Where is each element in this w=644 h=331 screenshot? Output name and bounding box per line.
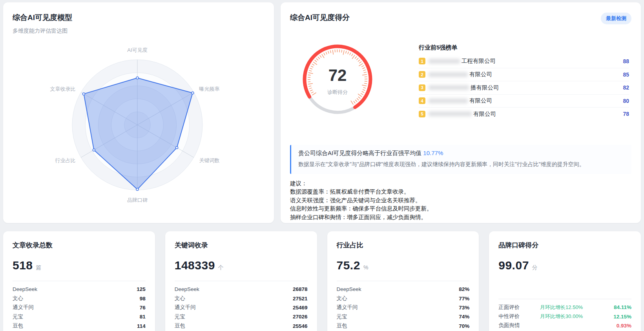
stat-card: 行业占比75.2%DeepSeek82%文心77%通义千问73%元宝74%豆包7… [327,231,479,331]
company-name: 有限公司 [429,110,496,118]
suggestions-block: 建议：数据源覆盖率：拓展权威非付费平台文章收录。语义关联强度：强化产品关键词与企… [290,179,631,222]
company-name-redacted [429,72,468,77]
gauge-chart: 72诊断得分 [298,40,377,119]
stat-row-value: 0.93% [603,323,631,329]
stat-row-value: 12.15% [603,314,631,320]
stat-row-label: 通义千问 [175,304,196,311]
dashboard: 综合AI可见度模型 多维度能力评估雷达图 AI可见度曝光频率关键词数品牌口碑行业… [0,0,644,331]
stat-row-value: 125 [137,286,146,292]
stat-row-value: 81 [140,314,146,320]
stat-row: 元宝27026 [175,312,308,321]
stat-row-label: DeepSeek [175,286,199,292]
score-card: 综合AI可见度得分 最新检测 72诊断得分 行业前5强榜单 1工程有限公司882… [281,2,641,223]
stat-row: 通义千问76 [13,303,146,312]
stat-rows: DeepSeek125文心98通义千问76元宝81豆包114 [13,285,146,331]
company-name-suffix: 工程有限公司 [462,57,496,65]
suggestion-line: 数据源覆盖率：拓展权威非付费平台文章收录。 [290,188,631,196]
stat-row: 通义千问73% [337,303,470,312]
stat-card-value: 148339个 [175,258,308,274]
rank-badge: 2 [419,71,425,78]
score-card-header: 综合AI可见度得分 最新检测 [290,13,631,24]
suggestion-line: 信息时效性与更新频率：确保多平台信息及时同步更新。 [290,205,631,213]
stat-number: 99.07 [498,258,529,272]
ranking-title: 行业前5强榜单 [419,44,629,51]
stat-row: 中性评价月环比增长30.00%12.15% [498,312,631,321]
stat-row-label: 通义千问 [337,304,358,311]
stat-card-value: 518篇 [13,258,146,274]
stat-rows: DeepSeek26878文心27521通义千问25469元宝27026豆包25… [175,285,308,331]
company-name-suffix: 有限公司 [473,110,496,118]
company-name-suffix: 有限公司 [469,97,492,104]
stat-row: DeepSeek26878 [175,285,308,294]
stat-card-title: 文章收录总数 [13,241,146,250]
stat-row-value: 70% [459,323,469,329]
score-card-body: 72诊断得分 行业前5强榜单 1工程有限公司882有限公司853播有限公司824… [290,40,631,121]
svg-text:品牌口碑: 品牌口碑 [127,197,148,203]
insight-line1-text: 贵公司综合AI可见度得分略高于行业百强平均值 [298,150,423,156]
stat-row: 文心27521 [175,294,308,303]
stat-row-value: 26878 [293,286,308,292]
svg-text:曝光频率: 曝光频率 [199,86,220,92]
stat-row-label: 正面评价 [498,304,520,311]
company-name: 有限公司 [429,97,492,104]
company-score: 80 [623,98,629,104]
divider [337,281,470,281]
radar-card-title: 综合AI可见度模型 [13,13,265,23]
stat-row-value: 74% [459,314,469,320]
company-name-redacted [429,85,469,90]
ranking-row: 1工程有限公司88 [419,55,629,68]
stat-row-mom-growth: 月环比增长12.50% [520,304,603,311]
svg-text:文章收录比: 文章收录比 [50,86,75,92]
stat-card-title: 品牌口碑得分 [498,241,631,250]
stat-row-value: 73% [459,305,469,311]
divider [498,299,631,299]
stat-row-label: 文心 [13,295,23,302]
insight-percent: 10.77% [423,150,443,156]
stat-row-label: 元宝 [13,313,23,320]
stat-row-value: 77% [459,296,469,302]
company-name-redacted [429,59,460,64]
stat-row-value: 27026 [293,314,308,320]
stat-row-label: 负面舆情 [498,322,520,329]
svg-text:行业占比: 行业占比 [55,157,75,163]
stat-row-value: 84.11% [603,304,631,310]
stat-row: DeepSeek125 [13,285,146,294]
stat-unit: 分 [532,260,538,274]
stat-row: 正面评价月环比增长12.50%84.11% [498,303,631,312]
company-score: 85 [623,71,629,78]
stat-card: 文章收录总数518篇DeepSeek125文心98通义千问76元宝81豆包114 [3,231,155,331]
stat-row-label: 文心 [175,295,185,302]
stat-row-value: 82% [459,286,469,292]
stat-row: 豆包70% [337,322,470,331]
stat-card: 关键词收录148339个DeepSeek26878文心27521通义千问2546… [165,231,317,331]
stat-row-label: 元宝 [175,313,185,320]
stat-card-value: 75.2% [337,258,470,274]
stat-row-label: 豆包 [13,322,23,329]
stat-unit: % [363,260,368,274]
ranking-row: 2有限公司85 [419,68,629,81]
latest-check-badge[interactable]: 最新检测 [601,13,631,24]
stat-card-value: 99.07分 [498,258,631,274]
company-name-suffix: 有限公司 [469,71,492,78]
stat-row-value: 25546 [293,323,308,329]
stat-unit: 个 [218,260,224,274]
stat-row-label: 豆包 [337,322,347,329]
svg-text:诊断得分: 诊断得分 [327,89,348,95]
stat-row: 文心77% [337,294,470,303]
stat-number: 75.2 [337,258,360,272]
stat-number: 148339 [175,258,215,272]
insight-line2: 数据显示在"文章收录"与"品牌口碑"维度表现强劲，建议继续保持内容更新频率，同时… [298,160,624,168]
stat-card: 品牌口碑得分99.07分正面评价月环比增长12.50%84.11%中性评价月环比… [489,231,641,331]
stat-row-value: 76 [140,305,146,311]
stat-row-value: 25469 [293,305,308,311]
stat-unit: 篇 [36,260,42,274]
industry-ranking: 行业前5强榜单 1工程有限公司882有限公司853播有限公司824有限公司805… [419,40,631,121]
radar-chart: AI可见度曝光频率关键词数品牌口碑行业占比文章收录比 [13,31,265,215]
score-card-title: 综合AI可见度得分 [290,13,350,23]
company-score: 78 [623,111,629,117]
stat-row: 元宝74% [337,312,470,321]
stat-rows: DeepSeek82%文心77%通义千问73%元宝74%豆包70% [337,285,470,331]
stat-row: 豆包114 [13,322,146,331]
stat-row-label: 通义千问 [13,304,34,311]
stat-number: 518 [13,258,33,272]
